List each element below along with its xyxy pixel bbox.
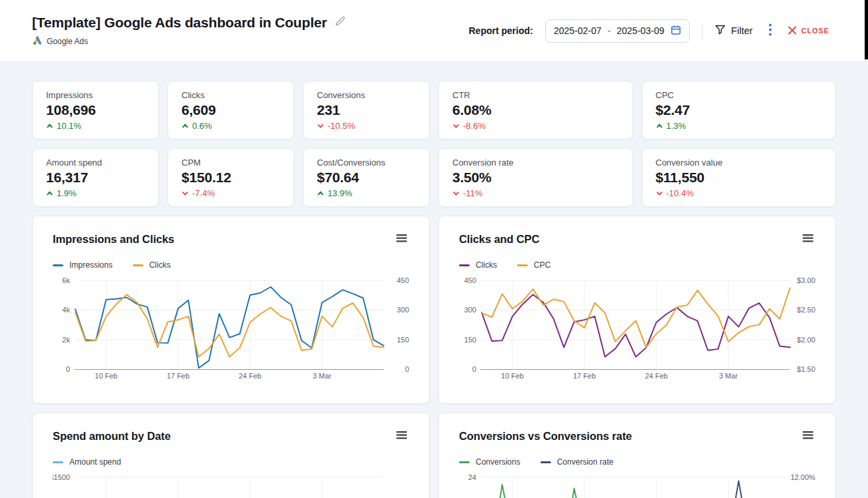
chart-menu-button[interactable] <box>394 429 409 443</box>
kpi-card-cpc: CPC $2.47 1.3% <box>642 81 837 140</box>
legend-swatch <box>517 264 528 266</box>
trend-arrow-icon <box>46 190 53 197</box>
trend-arrow-icon <box>181 122 189 130</box>
date-range-input[interactable]: 2025-02-07 - 2025-03-09 <box>545 19 690 43</box>
kpi-label: Amount spend <box>46 158 145 168</box>
chart-menu-button[interactable] <box>801 232 815 246</box>
kpi-delta: -10.5% <box>317 121 416 131</box>
legend-item: Clicks <box>459 260 497 270</box>
svg-text:300: 300 <box>464 306 476 314</box>
edit-title-button[interactable] <box>334 15 347 30</box>
kpi-delta: 0.6% <box>181 121 280 131</box>
chart-title: Spend amount by Date <box>53 430 171 443</box>
trend-arrow-icon <box>452 122 460 130</box>
close-label: CLOSE <box>801 27 829 35</box>
legend-item: Impressions <box>53 260 113 270</box>
legend-swatch <box>459 461 470 463</box>
close-button[interactable]: CLOSE <box>788 26 829 36</box>
svg-text:17 Feb: 17 Feb <box>167 372 189 380</box>
kpi-label: Conversion value <box>656 158 823 168</box>
legend-item: CPC <box>517 260 550 270</box>
svg-text:$1.50: $1.50 <box>797 366 815 374</box>
svg-text:12.00%: 12.00% <box>791 473 815 481</box>
line-chart[interactable]: 10 Feb17 Feb24 Feb3 Mar$0$500$1000$1500 <box>53 472 409 498</box>
svg-text:0: 0 <box>472 366 476 374</box>
window-edge-strip <box>865 0 868 59</box>
line-chart[interactable]: 10 Feb17 Feb24 Feb3 Mar0$1.50150$2.00300… <box>459 275 815 381</box>
chart-legend: Clicks CPC <box>459 260 815 270</box>
kpi-delta: -7.4% <box>181 188 280 198</box>
kpi-label: CTR <box>452 90 619 100</box>
kpi-label: Clicks <box>181 90 280 100</box>
kpi-value: $11,550 <box>656 170 823 186</box>
kpi-value: 108,696 <box>46 102 145 118</box>
svg-text:4k: 4k <box>62 306 70 314</box>
kpi-card-amount-spend: Amount spend 16,317 1.9% <box>32 148 159 207</box>
kpi-delta: -11% <box>452 188 619 198</box>
trend-arrow-icon <box>656 190 663 197</box>
line-chart[interactable]: 10 Feb17 Feb24 Feb3 Mar00.00%84.00%168.0… <box>459 472 815 498</box>
legend-swatch <box>459 264 470 266</box>
trend-arrow-icon <box>181 190 189 197</box>
kpi-value: 6,609 <box>181 102 280 118</box>
trend-arrow-icon <box>656 122 663 130</box>
svg-text:10 Feb: 10 Feb <box>95 372 117 380</box>
kpi-delta: 1.9% <box>46 188 145 198</box>
svg-text:450: 450 <box>397 276 409 284</box>
more-options-button[interactable] <box>765 21 776 41</box>
chart-title: Impressions and Clicks <box>53 233 174 246</box>
dashboard-header: [Template] Google Ads dashboard in Coupl… <box>0 0 868 62</box>
kpi-card-conversion-value: Conversion value $11,550 -10.4% <box>642 148 837 207</box>
legend-swatch <box>53 264 63 266</box>
kpi-label: Conversion rate <box>452 158 619 168</box>
svg-text:10 Feb: 10 Feb <box>501 372 524 380</box>
data-source-label: Google Ads <box>47 37 88 46</box>
chart-card-clicks-cpc: Clicks and CPC Clicks CPC 10 Feb17 Feb24… <box>438 216 836 404</box>
kpi-delta: -8.6% <box>452 121 619 131</box>
legend-item: Conversion rate <box>540 457 614 467</box>
chart-legend: Amount spend <box>53 457 409 467</box>
hamburger-icon <box>803 431 813 441</box>
kpi-value: $2.47 <box>656 102 823 118</box>
kpi-card-ctr: CTR 6.08% -8.6% <box>438 81 633 140</box>
calendar-icon[interactable] <box>671 25 681 37</box>
kpi-value: 3.50% <box>452 170 619 186</box>
filter-button[interactable]: Filter <box>715 24 753 37</box>
filter-label: Filter <box>731 25 753 36</box>
data-source: Google Ads <box>32 35 347 47</box>
charts-grid: Impressions and Clicks Impressions Click… <box>32 216 836 498</box>
kpi-card-clicks: Clicks 6,609 0.6% <box>167 81 294 140</box>
hamburger-icon <box>396 431 407 441</box>
chart-menu-button[interactable] <box>801 429 815 443</box>
kpi-delta: 10.1% <box>46 121 145 131</box>
kpi-card-impressions: Impressions 108,696 10.1% <box>32 81 159 140</box>
kpi-label: Cost/Conversions <box>317 158 416 168</box>
svg-text:$2.00: $2.00 <box>797 336 815 344</box>
trend-arrow-icon <box>452 190 460 197</box>
line-chart[interactable]: 10 Feb17 Feb24 Feb3 Mar002k1504k3006k450 <box>53 275 409 381</box>
chart-title: Clicks and CPC <box>459 233 540 246</box>
svg-text:24: 24 <box>468 473 476 481</box>
header-divider <box>702 22 703 39</box>
date-from[interactable]: 2025-02-07 <box>554 25 602 36</box>
svg-text:$2.50: $2.50 <box>797 306 815 314</box>
chart-legend: Conversions Conversion rate <box>459 457 815 467</box>
page-title: [Template] Google Ads dashboard in Coupl… <box>32 15 327 31</box>
kpi-value: 231 <box>317 102 416 118</box>
filter-icon <box>715 24 726 37</box>
chart-menu-button[interactable] <box>394 232 409 246</box>
date-to[interactable]: 2025-03-09 <box>616 25 665 36</box>
svg-text:6k: 6k <box>62 276 70 284</box>
kpi-delta: 13.9% <box>317 188 416 198</box>
svg-text:150: 150 <box>464 336 476 344</box>
kpi-card-conversion-rate: Conversion rate 3.50% -11% <box>438 148 633 207</box>
trend-arrow-icon <box>317 122 324 130</box>
hamburger-icon <box>803 234 813 244</box>
google-ads-icon <box>32 35 42 47</box>
svg-text:0: 0 <box>66 366 70 374</box>
hamburger-icon <box>396 234 407 244</box>
chart-legend: Impressions Clicks <box>53 260 409 270</box>
svg-text:3 Mar: 3 Mar <box>313 372 332 380</box>
kpi-card-cpm: CPM $150.12 -7.4% <box>167 148 294 207</box>
svg-text:17 Feb: 17 Feb <box>573 372 596 380</box>
